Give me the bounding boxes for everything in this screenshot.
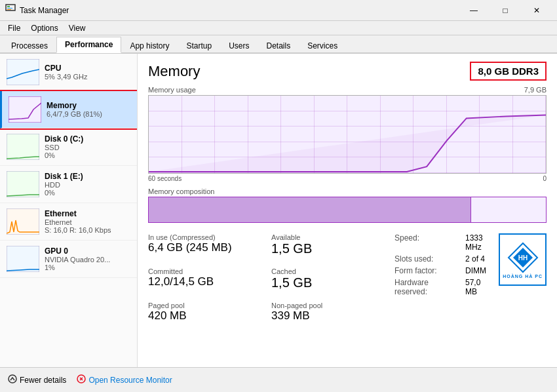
- sidebar-item-memory[interactable]: Memory 6,4/7,9 GB (81%): [0, 91, 137, 128]
- sidebar-item-disk1[interactable]: Disk 1 (E:) HDD 0%: [0, 166, 137, 203]
- content-title: Memory: [148, 63, 200, 80]
- gpu-sub2: 1%: [45, 264, 130, 271]
- logo-svg: HH: [507, 241, 539, 274]
- gpu-info: GPU 0 NVIDIA Quadro 20... 1%: [45, 246, 130, 271]
- content-area: Memory 8,0 GB DDR3 Memory usage 7,9 GB: [138, 54, 557, 367]
- svg-rect-3: [7, 9, 11, 10]
- chevron-up-icon: [8, 374, 17, 385]
- stat-nonpaged: Non-paged pool 339 MB: [271, 302, 392, 323]
- sidebar-item-ethernet[interactable]: Ethernet Ethernet S: 16,0 R: 16,0 Kbps: [0, 203, 137, 241]
- memory-info: Memory 6,4/7,9 GB (81%): [47, 101, 130, 118]
- svg-rect-6: [7, 134, 39, 160]
- stat-paged: Paged pool 420 MB: [148, 302, 269, 323]
- cpu-chart-icon: [7, 59, 39, 85]
- stats-right-specs: Speed: 1333 MHz Slots used: 2 of 4 Form …: [394, 233, 547, 296]
- ethernet-sub2: S: 16,0 R: 16,0 Kbps: [45, 226, 130, 234]
- ethernet-chart-icon: [7, 208, 39, 235]
- menu-view[interactable]: View: [64, 22, 91, 34]
- spec-form: Form factor: DIMM: [394, 266, 491, 275]
- stats-left: In use (Compressed) 6,4 GB (245 MB) Avai…: [148, 231, 547, 323]
- tab-details[interactable]: Details: [258, 38, 299, 53]
- gpu-chart-icon: [7, 246, 39, 272]
- disk0-sub1: SSD: [45, 144, 130, 151]
- close-button[interactable]: ✕: [522, 0, 552, 21]
- disk0-sub2: 0%: [45, 151, 130, 159]
- titlebar-left: Task Manager: [5, 4, 69, 16]
- stat-cached: Cached 1,5 GB: [271, 267, 392, 296]
- ethernet-info: Ethernet Ethernet S: 16,0 R: 16,0 Kbps: [45, 209, 130, 234]
- memory-usage-chart-section: Memory usage 7,9 GB: [148, 86, 547, 182]
- stats-grid: In use (Compressed) 6,4 GB (245 MB) Avai…: [148, 233, 547, 323]
- stat-in-use: In use (Compressed) 6,4 GB (245 MB): [148, 233, 269, 262]
- cpu-name: CPU: [45, 64, 130, 73]
- tab-services[interactable]: Services: [299, 38, 346, 53]
- sidebar-item-gpu[interactable]: GPU 0 NVIDIA Quadro 20... 1%: [0, 241, 137, 278]
- menubar: File Options View: [0, 21, 557, 35]
- gpu-sub1: NVIDIA Quadro 20...: [45, 256, 130, 264]
- titlebar: Task Manager — □ ✕: [0, 0, 557, 21]
- spec-speed: Speed: 1333 MHz: [394, 233, 491, 252]
- titlebar-title: Task Manager: [20, 6, 69, 15]
- svg-rect-7: [7, 171, 39, 197]
- bottombar: Fewer details Open Resource Monitor: [0, 367, 557, 392]
- app-icon: [5, 4, 16, 16]
- memory-chart-svg: [149, 96, 546, 173]
- monitor-icon: [77, 374, 86, 385]
- maximize-button[interactable]: □: [490, 0, 520, 21]
- disk1-sub1: HDD: [45, 181, 130, 189]
- open-resource-monitor-button[interactable]: Open Resource Monitor: [77, 374, 172, 385]
- stats-bottom: In use (Compressed) 6,4 GB (245 MB) Avai…: [148, 231, 547, 323]
- chart-label: Memory usage 7,9 GB: [148, 86, 547, 94]
- logo-text: HOÀNG HÀ PC: [503, 274, 543, 279]
- gpu-name: GPU 0: [45, 246, 130, 256]
- menu-options[interactable]: Options: [26, 22, 63, 34]
- tab-app-history[interactable]: App history: [121, 38, 178, 53]
- logo-box: HH HOÀNG HÀ PC: [499, 233, 547, 286]
- tabs-bar: Processes Performance App history Startu…: [0, 35, 557, 54]
- sidebar: CPU 5% 3,49 GHz Memory 6,4/7,9 GB (81%) …: [0, 54, 138, 367]
- svg-text:HH: HH: [518, 254, 527, 262]
- disk0-info: Disk 0 (C:) SSD 0%: [45, 134, 130, 159]
- composition-label: Memory composition: [148, 187, 547, 195]
- svg-point-13: [9, 375, 16, 383]
- memory-type-badge: 8,0 GB DDR3: [470, 62, 547, 81]
- disk0-chart-icon: [7, 134, 39, 160]
- memory-name: Memory: [47, 101, 130, 110]
- sidebar-item-disk0[interactable]: Disk 0 (C:) SSD 0%: [0, 128, 137, 166]
- disk0-name: Disk 0 (C:): [45, 134, 130, 144]
- chart-time-labels: 60 seconds 0: [148, 175, 547, 182]
- cpu-info: CPU 5% 3,49 GHz: [45, 64, 130, 81]
- composition-free: [471, 197, 546, 222]
- menu-file[interactable]: File: [3, 22, 26, 34]
- svg-rect-9: [7, 246, 39, 272]
- svg-rect-2: [7, 8, 12, 9]
- specs-and-logo: Speed: 1333 MHz Slots used: 2 of 4 Form …: [394, 233, 547, 296]
- svg-rect-4: [7, 59, 39, 85]
- tab-performance[interactable]: Performance: [56, 37, 121, 53]
- stat-available: Available 1,5 GB: [271, 233, 392, 262]
- composition-used: [149, 197, 471, 222]
- memory-sub: 6,4/7,9 GB (81%): [47, 110, 130, 118]
- ethernet-name: Ethernet: [45, 209, 130, 218]
- titlebar-controls: — □ ✕: [459, 0, 552, 21]
- minimize-button[interactable]: —: [459, 0, 489, 21]
- content-header: Memory 8,0 GB DDR3: [148, 62, 547, 81]
- composition-section: Memory composition: [148, 187, 547, 223]
- disk1-name: Disk 1 (E:): [45, 172, 130, 181]
- stat-committed: Committed 12,0/14,5 GB: [148, 267, 269, 296]
- tab-startup[interactable]: Startup: [178, 38, 220, 53]
- tab-processes[interactable]: Processes: [3, 38, 56, 53]
- disk1-chart-icon: [7, 171, 39, 197]
- tab-users[interactable]: Users: [220, 38, 258, 53]
- fewer-details-button[interactable]: Fewer details: [8, 374, 66, 385]
- svg-rect-1: [7, 6, 10, 7]
- memory-chart: [148, 95, 547, 174]
- composition-bar: [148, 197, 547, 223]
- specs-col: Speed: 1333 MHz Slots used: 2 of 4 Form …: [394, 233, 491, 296]
- sidebar-item-cpu[interactable]: CPU 5% 3,49 GHz: [0, 54, 137, 91]
- cpu-sub: 5% 3,49 GHz: [45, 73, 130, 81]
- main-container: CPU 5% 3,49 GHz Memory 6,4/7,9 GB (81%) …: [0, 54, 557, 367]
- spec-slots: Slots used: 2 of 4: [394, 254, 491, 264]
- spec-hw: Hardware reserved: 57,0 MB: [394, 278, 491, 296]
- disk1-sub2: 0%: [45, 189, 130, 197]
